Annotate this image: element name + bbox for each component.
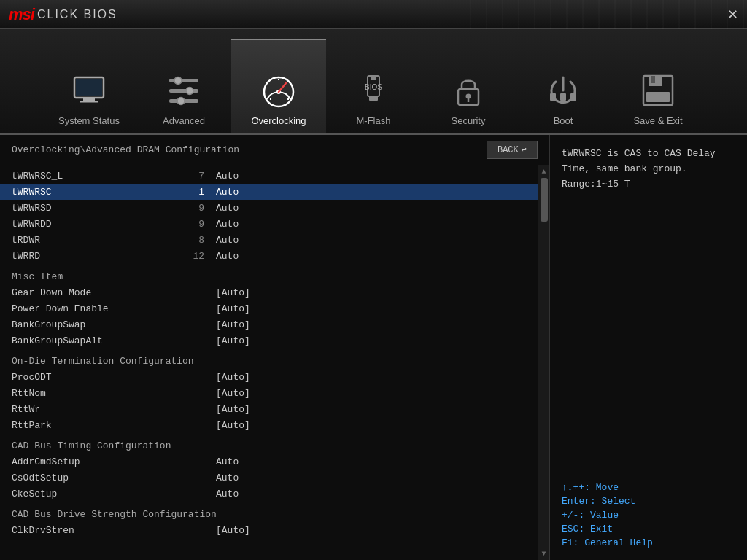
table-row[interactable]: AddrCmdSetupAuto xyxy=(0,454,538,470)
breadcrumb-bar: Overclocking\Advanced DRAM Configuration… xyxy=(0,135,549,165)
close-button[interactable]: ✕ xyxy=(727,7,738,23)
setting-value: Auto xyxy=(216,219,239,230)
table-row[interactable]: tWRWRSD9Auto xyxy=(0,200,538,216)
monitor-icon xyxy=(70,71,108,109)
table-row[interactable]: tWRWRDD9Auto xyxy=(0,216,538,232)
power-icon xyxy=(544,71,582,109)
scrollbar-track[interactable]: ▲ ▼ xyxy=(538,165,549,560)
setting-value: [Auto] xyxy=(216,525,250,536)
table-row[interactable]: tRDWR8Auto xyxy=(0,232,538,248)
svg-rect-2 xyxy=(80,101,98,103)
scroll-up-arrow[interactable]: ▲ xyxy=(539,166,549,176)
svg-point-9 xyxy=(177,98,185,105)
svg-rect-5 xyxy=(169,89,198,93)
nav-overclocking-label: Overclocking xyxy=(251,115,306,126)
setting-value: [Auto] xyxy=(216,303,250,314)
sliders-icon xyxy=(165,71,203,109)
nav-save-exit-label: Save & Exit xyxy=(633,115,682,126)
nav-m-flash[interactable]: BIOS M-Flash xyxy=(326,39,421,133)
svg-line-12 xyxy=(279,83,286,92)
setting-value: [Auto] xyxy=(216,287,250,298)
key-hint: F1: General Help xyxy=(562,537,735,548)
table-row[interactable]: BankGroupSwapAlt[Auto] xyxy=(0,332,538,349)
svg-text:BIOS: BIOS xyxy=(365,83,382,91)
topbar: msi CLICK BIOS ✕ xyxy=(0,0,747,29)
table-row[interactable]: CkeSetupAuto xyxy=(0,486,538,502)
svg-rect-25 xyxy=(570,93,576,101)
setting-name: ProcODT xyxy=(12,372,172,383)
key-hint: ESC: Exit xyxy=(562,524,735,534)
setting-name: RttPark xyxy=(12,420,172,431)
nav-system-status[interactable]: System Status xyxy=(42,39,136,133)
setting-name: CkeSetup xyxy=(12,489,172,499)
section-header: CAD Bus Drive Strength Configuration xyxy=(0,502,538,522)
nav-advanced-label: Advanced xyxy=(163,115,205,126)
setting-name: tWRWRSD xyxy=(12,203,172,214)
nav-security-label: Security xyxy=(452,115,486,126)
usb-icon: BIOS xyxy=(355,71,392,109)
setting-number: 8 xyxy=(172,235,216,246)
svg-rect-29 xyxy=(646,92,670,102)
setting-value: [Auto] xyxy=(216,420,250,431)
settings-list: tWRWRSC_L7AutotWRWRSC1AutotWRWRSD9AutotW… xyxy=(0,165,538,560)
table-row[interactable]: tWRWRSC1Auto xyxy=(0,184,538,200)
table-row[interactable]: CsOdtSetupAuto xyxy=(0,470,538,486)
nav-advanced[interactable]: Advanced xyxy=(136,39,231,133)
table-row[interactable]: ProcODT[Auto] xyxy=(0,369,538,385)
back-button[interactable]: BACK ↩ xyxy=(487,141,538,159)
table-row[interactable]: Power Down Enable[Auto] xyxy=(0,300,538,316)
setting-number: 12 xyxy=(172,251,216,262)
table-row[interactable]: RttPark[Auto] xyxy=(0,417,538,433)
nav-boot[interactable]: Boot xyxy=(516,39,611,133)
setting-name: Power Down Enable xyxy=(12,303,172,314)
setting-value: Auto xyxy=(216,187,239,198)
setting-name: AddrCmdSetup xyxy=(12,456,172,467)
setting-value: Auto xyxy=(216,472,239,483)
setting-value: Auto xyxy=(216,171,239,182)
setting-name: Gear Down Mode xyxy=(12,287,172,298)
setting-name: BankGroupSwapAlt xyxy=(12,335,172,346)
setting-value: Auto xyxy=(216,203,239,214)
setting-number: 7 xyxy=(172,171,216,182)
key-hint: Enter: Select xyxy=(562,496,735,507)
table-row[interactable]: Gear Down Mode[Auto] xyxy=(0,284,538,300)
setting-value: [Auto] xyxy=(216,404,250,415)
nav-overclocking[interactable]: Overclocking xyxy=(231,39,326,133)
setting-number: 1 xyxy=(172,187,216,198)
help-text: tWRWRSC is CAS to CAS Delay Time, same b… xyxy=(562,147,735,473)
nav-security[interactable]: Security xyxy=(421,39,516,133)
scrollbar-thumb[interactable] xyxy=(541,178,548,222)
svg-rect-19 xyxy=(371,77,376,80)
setting-name: CsOdtSetup xyxy=(12,472,172,483)
table-row[interactable]: tWRRD12Auto xyxy=(0,248,538,264)
setting-value: Auto xyxy=(216,251,239,262)
gauge-icon xyxy=(260,71,298,109)
key-hint: ↑↓++: Move xyxy=(562,482,735,493)
table-row[interactable]: RttWr[Auto] xyxy=(0,401,538,417)
svg-rect-4 xyxy=(169,79,198,82)
setting-value: Auto xyxy=(216,456,239,467)
nav-save-exit[interactable]: Save & Exit xyxy=(611,39,705,133)
section-header: On-Die Termination Configuration xyxy=(0,349,538,369)
breadcrumb: Overclocking\Advanced DRAM Configuration xyxy=(12,144,239,155)
setting-name: RttWr xyxy=(12,404,172,415)
setting-number: 9 xyxy=(172,203,216,214)
table-row[interactable]: BankGroupSwap[Auto] xyxy=(0,316,538,332)
key-hints: ↑↓++: MoveEnter: Select+/-: ValueESC: Ex… xyxy=(562,482,735,548)
setting-name: ClkDrvStren xyxy=(12,525,172,536)
section-header: CAD Bus Timing Configuration xyxy=(0,433,538,454)
setting-name: RttNom xyxy=(12,388,172,399)
setting-value: Auto xyxy=(216,235,239,246)
navbar: System Status Advanced xyxy=(0,29,747,135)
table-row[interactable]: tWRWRSC_L7Auto xyxy=(0,168,538,184)
scroll-area: tWRWRSC_L7AutotWRWRSC1AutotWRWRSD9AutotW… xyxy=(0,165,549,560)
svg-rect-24 xyxy=(560,93,566,101)
table-row[interactable]: RttNom[Auto] xyxy=(0,385,538,401)
left-panel: Overclocking\Advanced DRAM Configuration… xyxy=(0,135,550,560)
scroll-down-arrow[interactable]: ▼ xyxy=(539,548,549,559)
nav-boot-label: Boot xyxy=(554,115,573,126)
setting-name: BankGroupSwap xyxy=(12,319,172,330)
svg-point-21 xyxy=(466,94,471,99)
table-row[interactable]: ClkDrvStren[Auto] xyxy=(0,522,538,538)
setting-name: tWRWRDD xyxy=(12,219,172,230)
